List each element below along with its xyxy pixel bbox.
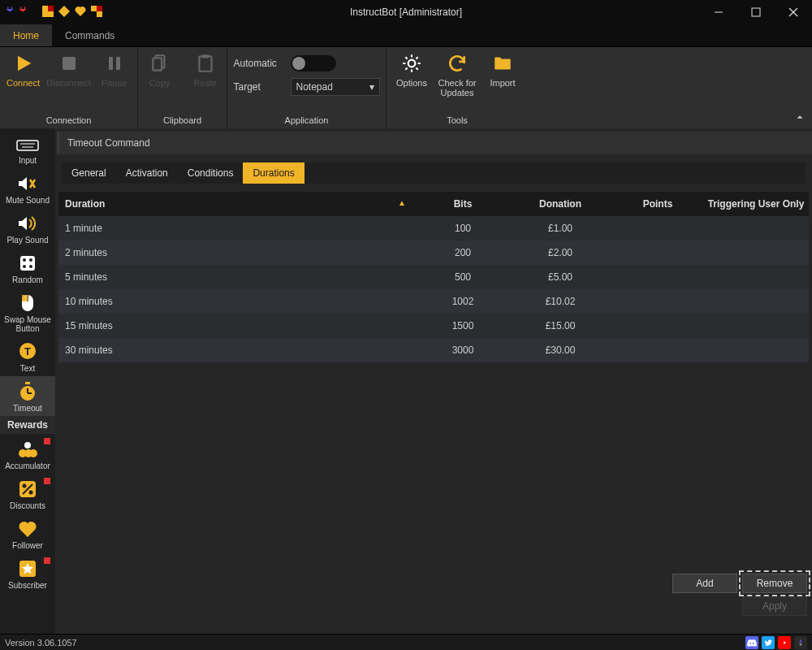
table-row[interactable]: 15 minutes1500£15.00 bbox=[58, 314, 809, 338]
play-icon bbox=[12, 52, 35, 75]
cell-donation: £5.00 bbox=[512, 271, 609, 283]
table-row[interactable]: 30 minutes3000£30.00 bbox=[58, 338, 809, 362]
cell-donation: £30.00 bbox=[512, 344, 609, 356]
automatic-label: Automatic bbox=[234, 58, 283, 69]
mouse-icon bbox=[15, 292, 40, 314]
percent-icon bbox=[15, 479, 40, 500]
sort-asc-icon: ▲ bbox=[398, 198, 406, 207]
remove-button[interactable]: Remove bbox=[742, 574, 807, 593]
import-button[interactable]: Import bbox=[483, 52, 522, 88]
sidebar-item-discounts[interactable]: Discounts bbox=[0, 474, 55, 514]
youtube-icon[interactable] bbox=[778, 636, 791, 649]
sidebar-item-timeout[interactable]: Timeout bbox=[0, 376, 55, 416]
flag-icon bbox=[44, 557, 50, 564]
tab-conditions[interactable]: Conditions bbox=[178, 162, 244, 184]
automatic-toggle[interactable] bbox=[291, 55, 336, 72]
svg-point-23 bbox=[29, 258, 32, 262]
keyboard-icon bbox=[15, 133, 40, 154]
svg-point-17 bbox=[408, 60, 416, 67]
gear-icon bbox=[400, 52, 423, 75]
svg-rect-1 bbox=[48, 6, 54, 11]
cell-bits: 3000 bbox=[414, 344, 512, 356]
paste-icon bbox=[194, 52, 217, 75]
svg-rect-7 bbox=[752, 8, 760, 16]
table-row[interactable]: 5 minutes500£5.00 bbox=[58, 265, 809, 289]
sidebar-item-follower[interactable]: Follower bbox=[0, 514, 55, 553]
copy-icon bbox=[149, 52, 171, 75]
durations-grid: Duration ▲ Bits Donation Points Triggeri… bbox=[58, 192, 809, 362]
cell-bits: 500 bbox=[414, 271, 512, 283]
cell-donation: £1.00 bbox=[512, 223, 609, 234]
sidebar-section-rewards: Rewards bbox=[0, 416, 55, 434]
col-header-points[interactable]: Points bbox=[609, 198, 706, 210]
connection-plug-red-icon bbox=[16, 6, 28, 20]
badge4-icon bbox=[91, 6, 102, 20]
menu-tab-home[interactable]: Home bbox=[0, 24, 52, 46]
dice-icon bbox=[15, 253, 40, 274]
grid-header: Duration ▲ Bits Donation Points Triggeri… bbox=[58, 192, 809, 216]
cell-donation: £2.00 bbox=[512, 247, 609, 258]
add-button[interactable]: Add bbox=[672, 574, 737, 593]
target-select[interactable]: Notepad ▾ bbox=[291, 78, 380, 96]
tab-general[interactable]: General bbox=[62, 162, 116, 184]
table-row[interactable]: 1 minute100£1.00 bbox=[58, 216, 809, 240]
stopwatch-icon bbox=[15, 381, 40, 402]
version-label: Version 3.06.1057 bbox=[5, 638, 77, 648]
svg-rect-4 bbox=[97, 11, 102, 17]
minimize-button[interactable] bbox=[700, 0, 737, 24]
sidebar-item-text[interactable]: T Text bbox=[0, 336, 55, 376]
sidebar-item-accumulator[interactable]: Accumulator bbox=[0, 434, 55, 474]
svg-point-37 bbox=[24, 442, 31, 448]
refresh-icon bbox=[446, 52, 469, 75]
tab-durations[interactable]: Durations bbox=[243, 162, 304, 184]
ribbon-group-tools-label: Tools bbox=[447, 115, 468, 127]
svg-rect-16 bbox=[201, 54, 209, 58]
col-header-bits[interactable]: Bits bbox=[414, 198, 512, 210]
menu-tab-commands[interactable]: Commands bbox=[52, 24, 127, 46]
col-header-triggering[interactable]: Triggering User Only bbox=[706, 198, 809, 210]
main-content: Timeout Command General Activation Condi… bbox=[55, 128, 812, 634]
maximize-button[interactable] bbox=[737, 0, 775, 24]
title-bar: InstructBot [Administrator] bbox=[0, 0, 812, 24]
ribbon-group-application-label: Application bbox=[285, 115, 329, 127]
tab-activation[interactable]: Activation bbox=[116, 162, 178, 184]
window-title: InstructBot [Administrator] bbox=[0, 6, 812, 18]
svg-rect-18 bbox=[17, 141, 38, 150]
discord-icon[interactable] bbox=[745, 636, 758, 649]
twitter-icon[interactable] bbox=[762, 636, 775, 649]
table-row[interactable]: 2 minutes200£2.00 bbox=[58, 240, 809, 265]
svg-point-24 bbox=[23, 265, 26, 268]
table-row[interactable]: 10 minutes1002£10.02 bbox=[58, 289, 809, 314]
svg-point-36 bbox=[29, 449, 37, 457]
sidebar: Input Mute Sound Play Sound Random Swap … bbox=[0, 128, 55, 634]
mute-icon bbox=[15, 173, 40, 194]
pause-button: Pause bbox=[95, 52, 134, 88]
app-icon[interactable] bbox=[794, 636, 807, 649]
svg-point-22 bbox=[23, 258, 26, 262]
close-button[interactable] bbox=[775, 0, 812, 24]
body: Input Mute Sound Play Sound Random Swap … bbox=[0, 128, 812, 634]
col-header-duration[interactable]: Duration ▲ bbox=[58, 198, 414, 210]
col-header-donation[interactable]: Donation bbox=[512, 198, 609, 210]
sidebar-item-play-sound[interactable]: Play Sound bbox=[0, 208, 55, 248]
stop-icon bbox=[58, 52, 80, 75]
sidebar-item-subscriber[interactable]: Subscriber bbox=[0, 553, 55, 593]
sidebar-item-input[interactable]: Input bbox=[0, 128, 55, 168]
badge1-icon bbox=[42, 6, 54, 20]
svg-text:T: T bbox=[24, 345, 31, 358]
svg-rect-15 bbox=[199, 56, 211, 71]
cell-donation: £15.00 bbox=[512, 320, 609, 332]
check-updates-button[interactable]: Check for Updates bbox=[438, 52, 477, 98]
ribbon-group-clipboard-label: Clipboard bbox=[163, 115, 201, 127]
ribbon-collapse-button[interactable] bbox=[794, 111, 806, 125]
badge3-icon bbox=[75, 6, 86, 20]
star-icon bbox=[15, 558, 40, 579]
sidebar-item-mute-sound[interactable]: Mute Sound bbox=[0, 168, 55, 208]
cell-bits: 200 bbox=[414, 247, 512, 258]
options-button[interactable]: Options bbox=[392, 52, 431, 88]
connect-button[interactable]: Connect bbox=[4, 52, 43, 88]
svg-rect-21 bbox=[20, 256, 35, 271]
sidebar-item-random[interactable]: Random bbox=[0, 248, 55, 288]
cell-duration: 2 minutes bbox=[58, 247, 414, 258]
sidebar-item-swap-mouse[interactable]: Swap Mouse Button bbox=[0, 288, 55, 336]
